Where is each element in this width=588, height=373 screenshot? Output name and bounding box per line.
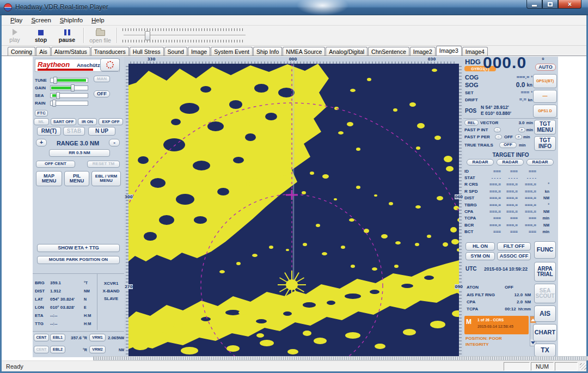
stab-button[interactable]: STAB — [63, 127, 85, 136]
play-button[interactable]: play — [2, 26, 28, 45]
radar-source-button[interactable]: RADAR — [497, 159, 524, 166]
tab[interactable]: Sound — [164, 47, 187, 56]
assoc-off-button[interactable]: ASSOC OFF — [497, 252, 531, 260]
tab[interactable]: Conning — [8, 47, 35, 56]
slider-thumb[interactable] — [53, 77, 57, 84]
timeline-thumb[interactable] — [145, 31, 150, 40]
slider-thumb[interactable] — [56, 92, 60, 99]
tgt-info-button[interactable]: TGTINFO — [534, 136, 556, 151]
close-button[interactable]: × — [558, 0, 581, 9]
ais-button[interactable]: AIS — [534, 305, 556, 322]
ir-on-button[interactable]: IR ON — [78, 118, 97, 125]
tab[interactable]: Ship Info — [253, 47, 282, 56]
open-file-button[interactable]: open file — [87, 26, 113, 45]
timeline-slider[interactable] — [122, 28, 247, 43]
tab[interactable]: Ais — [36, 47, 51, 56]
resize-grip[interactable] — [580, 363, 586, 370]
ebl-vrm-menu-button[interactable]: EBL / VRMMENU — [91, 171, 121, 186]
target-table-row: DIST ===.= ===.= ===.= NM — [464, 195, 554, 201]
man-button[interactable]: MAN — [94, 76, 110, 82]
tab[interactable]: ChnSentence — [368, 47, 409, 56]
utc-label: UTC — [465, 266, 477, 272]
gps1-bt-button[interactable]: GPS1(BT) — [533, 74, 557, 88]
alarm-badge: M — [466, 318, 471, 326]
tab[interactable]: Image — [188, 47, 210, 56]
horizontal-scrollbar[interactable] — [93, 356, 588, 360]
tab[interactable]: Analog/Digital — [326, 47, 367, 56]
ebl1-button[interactable]: EBL1 — [50, 334, 65, 341]
off-cent-button[interactable]: OFF CENT — [36, 161, 75, 168]
pil-menu-button[interactable]: PILMENU — [64, 171, 89, 186]
past-p-int-dec-button[interactable]: < — [494, 127, 501, 132]
rm-t-button[interactable]: RM(T) — [37, 127, 61, 136]
tab[interactable]: NMEA Source — [283, 47, 325, 56]
past-p-int-row: PAST P INT < > min — [464, 127, 533, 132]
rr-button[interactable]: RR 0.5 NM — [49, 149, 110, 157]
true-trails-row: TRUE TRAILS OFF min — [464, 142, 533, 148]
pause-button[interactable]: pause — [54, 26, 80, 45]
svg-text:270: 270 — [125, 285, 133, 289]
sym-on-button[interactable]: SYM ON — [465, 252, 495, 260]
minimize-button[interactable] — [526, 0, 542, 9]
range-minus-button[interactable]: - — [109, 139, 120, 146]
slider-thumb[interactable] — [52, 100, 56, 107]
adjustment-slider[interactable] — [50, 85, 88, 90]
radar-source-button[interactable]: RADAR — [526, 159, 554, 166]
menu-screen[interactable]: Screen — [27, 16, 55, 25]
func-button[interactable]: FUNC — [534, 241, 556, 259]
sea-scout-button[interactable]: SEASCOUT — [534, 284, 556, 303]
adjustment-slider[interactable] — [50, 78, 88, 83]
off-button[interactable]: OFF — [94, 90, 110, 97]
tab[interactable]: Alarm/Status — [51, 47, 90, 56]
cent2-button[interactable]: CENT — [34, 346, 49, 353]
cent1-button[interactable]: CENT — [34, 334, 49, 341]
past-p-per-dec-button[interactable]: < — [495, 134, 502, 139]
filt-off-button[interactable]: FILT OFF — [497, 242, 531, 250]
ml-button[interactable]: ML — [34, 118, 49, 125]
past-p-per-inc-button[interactable]: > — [515, 134, 522, 139]
vrm2-button[interactable]: VRM2 — [89, 346, 106, 353]
show-eta-ttg-button[interactable]: SHOW ETA + TTG — [37, 244, 120, 252]
nav-label: LAT — [35, 297, 50, 302]
timeline-track[interactable] — [124, 35, 246, 36]
tab[interactable]: Hull Stress — [130, 47, 164, 56]
auto-button[interactable]: AUTO — [535, 64, 556, 71]
mouse-park-button[interactable]: MOUSE PARK POSITION ON — [37, 256, 120, 264]
radar-left-control-panel: Raytheon Anschütz TUNE — [33, 57, 124, 357]
tgt-menu-button[interactable]: TGTMENU — [534, 120, 556, 134]
vrm1-button[interactable]: VRM1 — [89, 334, 106, 341]
rel-button[interactable]: REL — [464, 120, 479, 126]
maximize-button[interactable] — [542, 0, 558, 9]
reset-tm-button[interactable]: RESET TM — [87, 161, 120, 168]
target-param-label: BCT — [464, 229, 484, 234]
sart-off-button[interactable]: SART OFF — [51, 118, 76, 125]
stop-button[interactable]: stop — [28, 26, 54, 45]
map-menu-button[interactable]: MAPMENU — [36, 171, 62, 186]
chart-button[interactable]: CHART — [533, 324, 557, 341]
ebl2-button[interactable]: EBL2 — [50, 346, 65, 353]
tab[interactable]: Image3 — [436, 46, 462, 56]
past-p-int-inc-button[interactable]: > — [518, 127, 525, 132]
hl-on-button[interactable]: HL ON — [465, 242, 495, 250]
tab[interactable]: Image2 — [410, 47, 436, 56]
menu-help[interactable]: Help — [87, 16, 109, 25]
range-plus-button[interactable]: + — [36, 139, 47, 146]
ftc-button[interactable]: FTC — [35, 110, 48, 117]
menu-play[interactable]: Play — [6, 16, 27, 25]
n-up-button[interactable]: N UP — [88, 127, 115, 136]
menu-shipinfo[interactable]: ShipInfo — [56, 16, 87, 25]
slider-thumb[interactable] — [71, 84, 75, 91]
tx-button[interactable]: TX — [534, 344, 556, 357]
alarm-message-box[interactable]: M 1 of 26 - CCRS 2015-03-14 12:58:45 — [464, 316, 529, 334]
adjustment-slider[interactable] — [50, 93, 88, 98]
exp-off-button[interactable]: EXP OFF — [99, 118, 123, 125]
tab[interactable]: System Event — [211, 47, 253, 56]
gps1-d-button[interactable]: GPS1 D — [533, 105, 557, 118]
radar-logo-button[interactable] — [100, 58, 120, 71]
true-trails-off-button[interactable]: OFF — [499, 142, 517, 148]
adjustment-slider[interactable] — [50, 101, 88, 106]
radar-source-button[interactable]: RADAR — [467, 159, 494, 166]
trim-dash-button[interactable]: — — [533, 90, 557, 103]
tab[interactable]: Transducers — [91, 47, 129, 56]
arpa-trial-button[interactable]: ARPATRIAL — [534, 262, 556, 282]
